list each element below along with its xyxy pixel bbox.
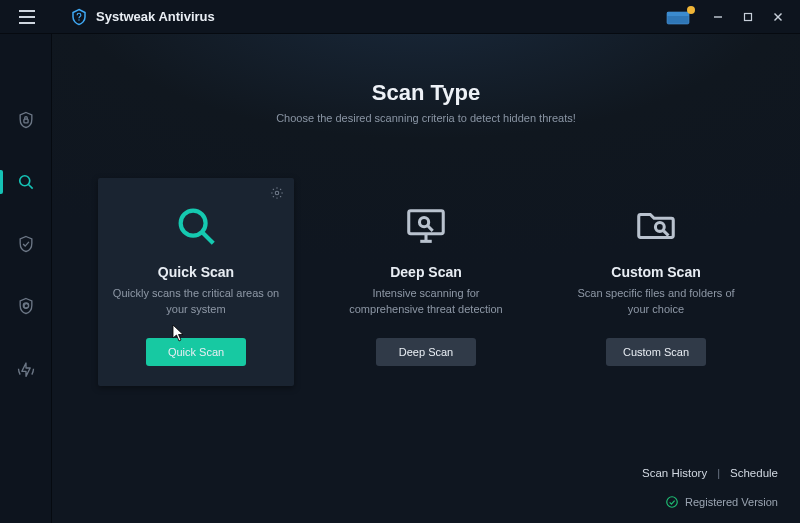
nav-protection[interactable] [0,102,52,138]
page-title: Scan Type [92,80,760,106]
svg-point-21 [667,497,678,508]
nav-web[interactable] [0,288,52,324]
deep-scan-button[interactable]: Deep Scan [376,338,476,366]
svg-point-11 [275,191,279,195]
svg-line-20 [664,231,669,236]
footer: Scan History | Schedule Registered Versi… [52,457,800,523]
nav-optimize[interactable] [0,350,52,386]
svg-point-17 [419,218,428,227]
app-title: Systweak Antivirus [96,9,215,24]
separator: | [717,467,720,479]
card-desc: Intensive scanning for comprehensive thr… [338,286,514,318]
svg-rect-4 [745,13,752,20]
card-desc: Scan specific files and folders of your … [568,286,744,318]
svg-point-0 [78,19,79,20]
card-desc: Quickly scans the critical areas on your… [108,286,284,318]
card-deep-scan[interactable]: Deep Scan Intensive scanning for compreh… [328,178,524,386]
svg-point-8 [19,176,29,186]
svg-line-18 [428,226,433,231]
svg-line-9 [28,185,32,189]
scan-cards: Quick Scan Quickly scans the critical ar… [92,178,760,386]
maximize-button[interactable] [734,3,762,31]
card-title: Custom Scan [611,264,700,280]
titlebar: Systweak Antivirus [0,0,800,34]
svg-rect-14 [409,211,444,234]
nav-scan[interactable] [0,164,52,200]
menu-button[interactable] [8,0,46,34]
card-quick-scan[interactable]: Quick Scan Quickly scans the critical ar… [98,178,294,386]
card-title: Deep Scan [390,264,462,280]
svg-point-19 [655,223,664,232]
sidebar [0,34,52,523]
card-title: Quick Scan [158,264,234,280]
monitor-scan-icon [403,202,449,250]
folder-scan-icon [633,202,679,250]
registration-status: Registered Version [665,495,778,509]
brand: Systweak Antivirus [70,8,215,26]
quick-scan-button[interactable]: Quick Scan [146,338,246,366]
registered-label: Registered Version [685,496,778,508]
schedule-link[interactable]: Schedule [730,467,778,479]
shield-logo-icon [70,8,88,26]
svg-rect-7 [23,119,27,123]
minimize-button[interactable] [704,3,732,31]
svg-line-13 [203,233,214,244]
page-subtitle: Choose the desired scanning criteria to … [92,112,760,124]
close-button[interactable] [764,3,792,31]
magnifier-icon [173,202,219,250]
custom-scan-button[interactable]: Custom Scan [606,338,706,366]
notification-badge[interactable] [666,9,692,25]
scan-history-link[interactable]: Scan History [642,467,707,479]
window-controls [704,3,792,31]
main-content: Scan Type Choose the desired scanning cr… [52,34,800,523]
nav-realtime[interactable] [0,226,52,262]
card-custom-scan[interactable]: Custom Scan Scan specific files and fold… [558,178,754,386]
svg-point-12 [181,211,206,236]
footer-links: Scan History | Schedule [642,467,778,479]
gear-icon[interactable] [270,186,284,204]
svg-rect-2 [667,12,689,16]
